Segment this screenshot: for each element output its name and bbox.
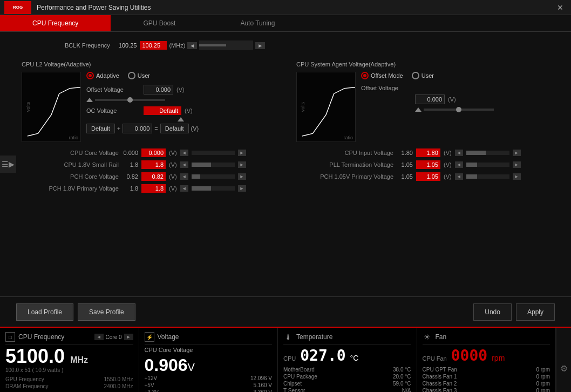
- left-mode-adaptive[interactable]: Adaptive: [86, 72, 119, 79]
- left-user-radio[interactable]: [128, 72, 135, 79]
- temp-tsensor-label: T Sensor: [283, 388, 305, 392]
- left-reading-input-1[interactable]: [141, 160, 166, 169]
- right-voltage-section: CPU System Agent Voltage(Adaptive) volts…: [296, 61, 549, 196]
- tab-gpu-boost[interactable]: GPU Boost: [111, 15, 208, 31]
- bottom-fan-section: ☀ Fan CPU Fan 0000rpm CPU OPT Fan 0 rpm …: [417, 328, 556, 392]
- left-formula-offset[interactable]: [123, 124, 152, 133]
- right-reading-input-2[interactable]: [416, 172, 440, 181]
- apply-button[interactable]: Apply: [516, 303, 555, 321]
- left-reading-label-0: CPU Core Voltage: [22, 150, 119, 156]
- left-mode-row: Adaptive User: [86, 72, 275, 79]
- right-reading-unit-0: (V): [444, 150, 452, 156]
- left-oc-input[interactable]: [144, 106, 181, 115]
- fan-ch1-val: 0 rpm: [536, 374, 550, 380]
- temp-section-title: Temperature: [296, 333, 332, 341]
- right-mode-user[interactable]: User: [412, 72, 434, 79]
- right-reading-inc-2[interactable]: ►: [513, 173, 521, 180]
- volt-big-value-row: 0.906V: [145, 355, 273, 375]
- settings-button[interactable]: ⚙: [556, 328, 571, 392]
- left-mode-user[interactable]: User: [128, 72, 150, 79]
- left-reading-inc-1[interactable]: ►: [238, 161, 246, 168]
- bclk-increase[interactable]: ►: [255, 42, 265, 49]
- fan-big-unit: rpm: [492, 354, 505, 362]
- left-reading-input-3[interactable]: [141, 184, 166, 193]
- left-formula-result: Default: [160, 124, 189, 133]
- cpu-core-next[interactable]: ►: [124, 334, 133, 340]
- left-offset-slider[interactable]: [95, 99, 165, 101]
- volt-icon: ⚡: [145, 332, 154, 342]
- left-offset-input[interactable]: [144, 85, 173, 94]
- left-bar-2: [192, 174, 235, 179]
- right-graph-ylabel: volts: [300, 102, 305, 112]
- cpu-gpu-freq-label: GPU Frequency: [5, 376, 44, 382]
- right-reading-input-0[interactable]: [416, 148, 440, 157]
- volt-12v-label: +12V: [145, 375, 158, 381]
- bclk-input[interactable]: [140, 41, 167, 50]
- right-reading-rows: CPU Input Voltage 1.80 (V) ◄ ► PLL Termi…: [296, 148, 549, 181]
- cpu-core-nav: ◄ Core 0 ►: [94, 334, 133, 340]
- volt-big-label: CPU Core Voltage: [145, 347, 273, 353]
- undo-button[interactable]: Undo: [473, 303, 512, 321]
- left-reading-val-1: 1.8: [122, 161, 138, 168]
- save-profile-button[interactable]: Save Profile: [78, 303, 135, 321]
- tab-bar: CPU Frequency GPU Boost Auto Tuning: [0, 15, 571, 32]
- right-reading-inc-1[interactable]: ►: [513, 161, 521, 168]
- left-reading-3: PCH 1.8V Primary Voltage 1.8 (V) ◄ ►: [22, 184, 275, 193]
- cpu-core-prev[interactable]: ◄: [94, 334, 104, 340]
- temp-chipset-val: 59.0 °C: [393, 381, 411, 387]
- fan-ch2-row: Chassis Fan 2 0 rpm: [423, 381, 550, 387]
- left-reading-input-2[interactable]: [141, 172, 166, 181]
- left-bar-3: [192, 186, 235, 191]
- volt-section-header: ⚡ Voltage: [145, 332, 273, 344]
- sidebar-toggle[interactable]: ☰▶: [0, 156, 16, 173]
- left-reading-dec-2[interactable]: ◄: [180, 173, 188, 180]
- right-volt-controls: Offset Mode User Offset Voltage (V): [361, 72, 549, 142]
- temp-big-value: 027.0: [300, 347, 345, 364]
- right-offset-input[interactable]: [415, 94, 445, 104]
- left-reading-inc-0[interactable]: ►: [238, 150, 246, 156]
- close-button[interactable]: ✕: [554, 2, 567, 13]
- temp-chipset-label: Chipset: [283, 381, 302, 387]
- bclk-decrease[interactable]: ◄: [187, 42, 197, 49]
- left-reading-input-0[interactable]: [141, 148, 166, 157]
- left-reading-val-2: 0.82: [122, 173, 138, 180]
- right-offset-radio[interactable]: [361, 72, 369, 79]
- volt-5v-val: 5.160 V: [254, 382, 272, 388]
- tab-auto-tuning[interactable]: Auto Tuning: [208, 15, 307, 31]
- left-reading-dec-0[interactable]: ◄: [180, 150, 188, 156]
- temp-mb-label: MotherBoard: [283, 367, 315, 373]
- right-offset-input-row: (V): [415, 94, 549, 104]
- left-reading-rows: CPU Core Voltage 0.000 (V) ◄ ► CPU 1.8V …: [22, 148, 275, 193]
- right-bar-0: [466, 151, 509, 155]
- right-offset-slider[interactable]: [424, 109, 494, 111]
- cpu-icon: □: [5, 332, 15, 342]
- tab-cpu-frequency[interactable]: CPU Frequency: [0, 15, 111, 31]
- load-profile-button[interactable]: Load Profile: [16, 303, 73, 321]
- temp-cpu-label: CPU: [283, 355, 296, 362]
- right-reading-dec-2[interactable]: ◄: [455, 173, 463, 180]
- right-reading-dec-0[interactable]: ◄: [455, 150, 463, 156]
- right-reading-input-1[interactable]: [416, 160, 440, 169]
- right-reading-dec-1[interactable]: ◄: [455, 161, 463, 168]
- left-reading-inc-3[interactable]: ►: [238, 185, 246, 192]
- right-reading-0: CPU Input Voltage 1.80 (V) ◄ ►: [296, 148, 549, 157]
- cpu-section-title: CPU Frequency: [18, 333, 64, 341]
- left-reading-label-1: CPU 1.8V Small Rail: [22, 161, 119, 168]
- left-adaptive-radio[interactable]: [86, 72, 94, 79]
- right-user-radio[interactable]: [412, 72, 419, 79]
- bottom-cpu-section: □ CPU Frequency ◄ Core 0 ► 5100.0 MHz 10…: [0, 328, 139, 392]
- left-reading-dec-3[interactable]: ◄: [180, 185, 188, 192]
- volt-big-unit: V: [188, 361, 195, 373]
- temp-tsensor-row: T Sensor N/A: [283, 388, 411, 392]
- right-bar-2: [466, 174, 509, 179]
- left-oc-row: OC Voltage (V): [86, 106, 275, 115]
- left-formula-equals: =: [154, 125, 158, 132]
- title-bar: ROG Performance and Power Saving Utiliti…: [0, 0, 571, 15]
- left-reading-inc-2[interactable]: ►: [238, 173, 246, 180]
- right-voltage-graph: volts ratio: [296, 72, 356, 142]
- fan-cpu-label: CPU Fan: [423, 355, 447, 362]
- right-bar-1: [466, 163, 509, 167]
- left-reading-dec-1[interactable]: ◄: [180, 161, 188, 168]
- right-reading-inc-0[interactable]: ►: [513, 150, 521, 156]
- right-mode-offset[interactable]: Offset Mode: [361, 72, 403, 79]
